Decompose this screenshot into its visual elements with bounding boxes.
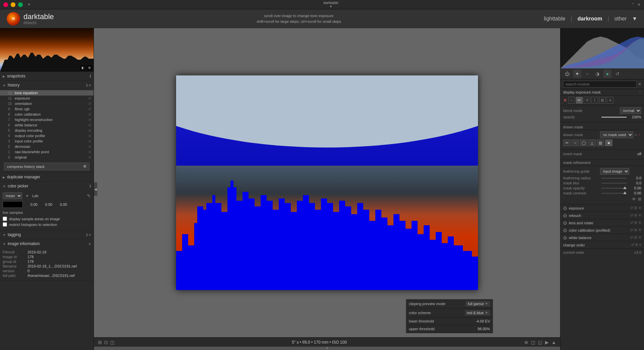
blend-menu-icon[interactable]: ≡ <box>607 97 613 104</box>
rp-wb-close-icon[interactable]: ✕ <box>638 235 641 240</box>
color-picker-info-icon[interactable]: ℹ <box>90 184 91 188</box>
maximize-button[interactable] <box>18 2 23 7</box>
mask-blur-track[interactable] <box>601 183 627 184</box>
blend-circle-icon[interactable]: ○ <box>568 97 575 104</box>
mask-gradient-icon[interactable]: ▨ <box>597 139 604 146</box>
image-info-menu-icon[interactable]: ≡ <box>89 242 91 246</box>
drawn-mask-select[interactable]: no mask used <box>600 131 633 138</box>
rp-lens-close-icon[interactable]: ✕ <box>638 221 641 225</box>
color-circle-icon[interactable]: ● <box>603 70 611 78</box>
image-info-header[interactable]: image information ≡ <box>0 239 94 248</box>
color-picker-header[interactable]: color picker ℹ <box>0 182 94 190</box>
feathering-radius-track[interactable] <box>601 178 627 179</box>
star-icon[interactable]: ✦ <box>573 70 581 78</box>
rp-retouch-reset-icon[interactable]: ↺ <box>630 213 633 218</box>
history-item-5[interactable]: 5 display encoding ↺ <box>0 128 94 133</box>
display-sample-areas-checkbox[interactable] <box>3 217 7 221</box>
return-icon[interactable]: ↺ <box>613 70 622 78</box>
history-menu-icon[interactable]: ≡ <box>89 83 91 87</box>
drawn-mask-remove-icon[interactable]: − <box>638 133 640 137</box>
opacity-track[interactable] <box>601 117 627 118</box>
rp-module-exposure[interactable]: ⏻ exposure ↺ ⚙ ✕ <box>560 205 644 212</box>
rp-exposure-preset-icon[interactable]: ⚙ <box>634 206 637 210</box>
history-item-11[interactable]: 11 exposure ↺ <box>0 96 94 101</box>
picker-eyedropper-icon[interactable]: ✎ <box>87 193 91 198</box>
mask-ellipse-icon[interactable]: ◯ <box>580 139 587 146</box>
history-item-0[interactable]: 0 original ↺ <box>0 155 94 160</box>
history-item-6[interactable]: 6 white balance ↺ <box>0 122 94 128</box>
blend-close-icon[interactable]: ✕ <box>563 98 567 103</box>
history-header[interactable]: history ℹ ≡ <box>0 81 94 90</box>
rp-module-lens[interactable]: ⏻ lens and rotate ↺ ⚙ ✕ <box>560 219 644 227</box>
rp-change-order-menu-icon[interactable]: ≡ <box>639 243 641 247</box>
close-button[interactable] <box>3 2 8 7</box>
tagging-menu-icon[interactable]: ≡ <box>89 233 91 237</box>
view-icon[interactable]: ◫ <box>531 340 535 345</box>
history-info-icon[interactable]: ℹ <box>86 83 88 88</box>
mask-fill-icon[interactable]: ■ <box>605 139 612 146</box>
zoom-icon[interactable]: ⊕ <box>524 340 528 345</box>
mask-lock-icon[interactable]: ⊞ <box>638 197 641 201</box>
history-item-8[interactable]: 8 color calibration ↺ <box>0 112 94 117</box>
mask-circle-icon[interactable]: ○ <box>572 139 579 146</box>
duplicate-manager-header[interactable]: duplicate manager <box>0 173 94 181</box>
history-item-10[interactable]: 10 orientation ↺ <box>0 101 94 106</box>
rp-module-change-order[interactable]: change order ↺ ⚙ ≡ <box>560 241 644 249</box>
mask-path-icon[interactable]: △ <box>588 139 596 146</box>
tagging-header[interactable]: tagging ℹ ≡ <box>0 230 94 239</box>
flag-icon[interactable]: ▲ <box>551 340 556 345</box>
rp-color-cal-close-icon[interactable]: ✕ <box>638 228 641 232</box>
history-item-9[interactable]: 9 filmic rgb ↺ <box>0 106 94 112</box>
tagging-info-icon[interactable]: ℹ <box>86 233 88 237</box>
bottom-handle[interactable]: ▼ <box>94 347 560 350</box>
mode-icon[interactable]: ◱ <box>538 340 542 345</box>
rp-color-cal-preset-icon[interactable]: ⚙ <box>634 228 637 232</box>
restrict-histogram-checkbox[interactable] <box>3 222 7 227</box>
nav-dropdown-arrow[interactable]: ▼ <box>632 16 637 22</box>
rp-module-color-cal[interactable]: ⏻ color calibration (profiled) ↺ ⚙ ✕ <box>560 227 644 234</box>
blend-mode-select[interactable]: normal <box>620 107 641 114</box>
rp-color-cal-reset-icon[interactable]: ↺ <box>630 228 633 232</box>
clipping-mode-value[interactable]: full gamut ▼ <box>466 301 490 306</box>
rp-retouch-close-icon[interactable]: ✕ <box>638 213 641 218</box>
mask-edit-icon[interactable]: ✏ <box>563 139 571 146</box>
picker-mode-select[interactable]: mean <box>3 192 22 199</box>
feathering-guide-select[interactable]: input image <box>600 168 629 175</box>
rp-wb-preset-icon[interactable]: ⚙ <box>634 235 637 240</box>
rp-retouch-preset-icon[interactable]: ⚙ <box>634 213 637 218</box>
history-item-3[interactable]: 3 input color profile ↺ <box>0 138 94 144</box>
rp-change-order-preset-icon[interactable]: ⚙ <box>635 243 638 247</box>
blend-wave-icon[interactable]: ⌇ <box>591 97 598 104</box>
search-module-input[interactable] <box>563 81 637 88</box>
blend-pencil-icon[interactable]: ✏ <box>576 97 583 104</box>
history-item-4[interactable]: 4 output color profile ↺ <box>0 133 94 138</box>
snapshots-info-icon[interactable]: ℹ <box>90 74 91 78</box>
nav-other[interactable]: other <box>614 16 627 22</box>
mask-opacity-track[interactable] <box>601 188 627 189</box>
circle-icon[interactable]: ○ <box>583 70 591 78</box>
rp-exposure-close-icon[interactable]: ✕ <box>638 206 641 210</box>
history-item-7[interactable]: 7 highlight reconstruction ↺ <box>0 117 94 122</box>
rp-lens-preset-icon[interactable]: ⚙ <box>634 221 637 225</box>
copy-icon[interactable]: ◫ <box>110 340 114 345</box>
left-collapse-button[interactable]: ◀ <box>94 182 97 196</box>
mask-contrast-track[interactable] <box>601 193 627 194</box>
color-scheme-value[interactable]: red & blue ▼ <box>465 310 490 315</box>
rp-lens-reset-icon[interactable]: ↺ <box>630 221 633 225</box>
crop-icon[interactable]: ⊡ <box>104 340 108 345</box>
mask-eye-icon[interactable]: 👁 <box>632 197 636 201</box>
snapshots-header[interactable]: snapshots ℹ <box>0 72 94 80</box>
nav-lighttable[interactable]: lighttable <box>544 16 566 22</box>
history-item-12[interactable]: 12 tone equalizer ↺ <box>0 90 94 96</box>
half-circle-icon[interactable]: ◑ <box>593 70 601 78</box>
blend-return-icon[interactable]: ↺ <box>584 97 590 104</box>
compress-history-button[interactable]: compress history stack ⚙ <box>4 163 90 170</box>
play-icon[interactable]: ▶ <box>545 340 549 345</box>
display-exposure-mask-item[interactable]: display exposure mask □ <box>560 89 644 96</box>
nav-darkroom[interactable]: darkroom <box>578 16 602 22</box>
search-clear-icon[interactable]: ✕ <box>638 82 641 86</box>
drawn-mask-add-icon[interactable]: + <box>635 133 637 137</box>
history-item-1[interactable]: 1 raw black/white point ↺ <box>0 149 94 155</box>
live-samples-label[interactable]: live samples <box>3 210 91 215</box>
blend-grid-icon[interactable]: ⊞ <box>599 97 606 104</box>
